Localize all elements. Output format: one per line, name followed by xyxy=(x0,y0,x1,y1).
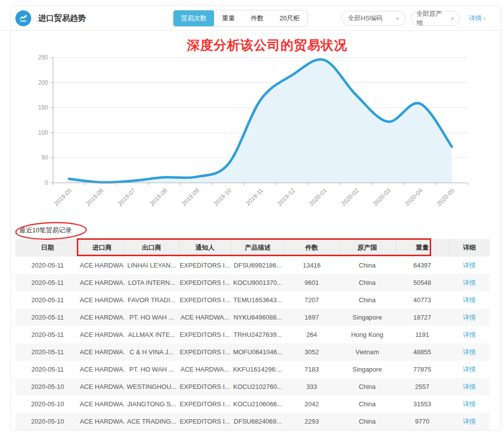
cell-importer: ACE HARDWA... xyxy=(80,343,124,361)
svg-text:250: 250 xyxy=(38,54,48,61)
panel-detail-link[interactable]: 详情› xyxy=(469,14,485,23)
cell-weight: 40773 xyxy=(395,291,449,309)
cell-weight: 31553 xyxy=(395,395,449,413)
cell-exporter: FAVOR TRADI... xyxy=(124,291,179,309)
row-detail-link[interactable]: 详情 xyxy=(463,331,476,338)
cell-product-desc: KOCU2106066... xyxy=(231,395,284,413)
row-detail-link[interactable]: 详情 xyxy=(463,314,476,321)
cell-quantity: 1697 xyxy=(284,309,339,326)
cell-weight: 50548 xyxy=(395,274,449,291)
cell-origin-country: China xyxy=(339,291,395,309)
cell-exporter: C & H VINA J... xyxy=(124,343,179,361)
svg-text:2019-12: 2019-12 xyxy=(276,187,296,207)
cell-exporter: PT. HO WAH ... xyxy=(124,361,179,378)
cell-importer: ACE HARDWA... xyxy=(80,413,124,430)
cell-notify-party: EXPEDITORS I... xyxy=(179,378,231,395)
svg-text:200: 200 xyxy=(38,79,48,86)
row-detail-link[interactable]: 详情 xyxy=(463,296,476,304)
tab-teu[interactable]: 20尺柜 xyxy=(272,10,307,26)
table-row: 2020-05-11ACE HARDWA...LINHAI LEYAN...EX… xyxy=(15,257,490,274)
table-row: 2020-05-11ACE HARDWA...ALLMAX INTE...EXP… xyxy=(15,326,490,343)
cell-quantity: 9601 xyxy=(284,274,339,291)
col-header-exporter: 出口商 xyxy=(124,239,179,257)
svg-text:2020-02: 2020-02 xyxy=(340,187,360,207)
svg-text:2020-04: 2020-04 xyxy=(403,187,424,207)
cell-weight: 77875 xyxy=(395,361,449,378)
cell-importer: ACE HARDWA... xyxy=(80,378,124,395)
col-header-quantity: 件数 xyxy=(284,239,339,257)
cell-date: 2020-05-10 xyxy=(15,378,80,395)
hs-code-dropdown[interactable]: 全部HS编码 ∨ xyxy=(341,11,406,26)
chevron-down-icon: ∨ xyxy=(450,16,454,21)
svg-text:2019-08: 2019-08 xyxy=(148,187,168,207)
row-detail-link[interactable]: 详情 xyxy=(463,348,476,356)
red-annotation-text: 深度分析该公司的贸易状况 xyxy=(11,37,501,54)
cell-importer: ACE HARDWA... xyxy=(80,361,124,378)
cell-importer: ACE HARDWA... xyxy=(80,395,124,413)
col-header-origin-country: 原产国 xyxy=(339,239,395,257)
cell-exporter: LOTA INTERN... xyxy=(124,274,179,291)
records-label: 最近10笔贸易记录 xyxy=(19,226,71,235)
panel-header: 进口贸易趋势 贸易次数 重量 件数 20尺柜 全部HS编码 ∨ 全部原产地 ∨ … xyxy=(11,6,501,31)
cell-weight: 2557 xyxy=(395,378,449,395)
svg-text:2019-07: 2019-07 xyxy=(116,187,137,207)
cell-date: 2020-05-11 xyxy=(15,291,80,309)
cell-notify-party: EXPEDITORS I... xyxy=(179,274,231,291)
cell-weight: 48855 xyxy=(395,343,449,361)
row-detail-link[interactable]: 详情 xyxy=(463,279,476,286)
cell-notify-party: EXPEDITORS I... xyxy=(179,413,231,430)
cell-origin-country: Singapore xyxy=(339,309,395,326)
table-row: 2020-05-10ACE HARDWA...JIANGTONG S...EXP… xyxy=(15,395,490,413)
svg-text:2019-05: 2019-05 xyxy=(53,187,73,207)
cell-notify-party: EXPEDITORS I... xyxy=(179,395,231,413)
tab-weight[interactable]: 重量 xyxy=(214,10,243,26)
cell-notify-party: EXPEDITORS I... xyxy=(179,343,231,361)
tab-quantity[interactable]: 件数 xyxy=(243,10,272,26)
cell-quantity: 264 xyxy=(284,326,339,343)
svg-text:50: 50 xyxy=(42,154,49,161)
cell-product-desc: NYKU8496088... xyxy=(231,309,284,326)
origin-dropdown-label: 全部原产地 xyxy=(416,9,448,27)
row-detail-link[interactable]: 详情 xyxy=(463,366,476,373)
cell-quantity: 2042 xyxy=(284,395,339,413)
row-detail-link[interactable]: 详情 xyxy=(463,383,476,390)
cell-importer: ACE HARDWA... xyxy=(80,291,124,309)
tab-trade-count[interactable]: 贸易次数 xyxy=(173,10,214,26)
origin-dropdown[interactable]: 全部原产地 ∨ xyxy=(411,11,460,26)
cell-exporter: WESTINGHOU... xyxy=(124,378,179,395)
row-detail-link[interactable]: 详情 xyxy=(463,400,476,408)
svg-text:2019-06: 2019-06 xyxy=(85,187,105,207)
cell-importer: ACE HARDWA... xyxy=(80,309,124,326)
cell-quantity: 333 xyxy=(284,378,339,395)
col-header-detail: 详细 xyxy=(449,239,490,257)
row-detail-link[interactable]: 详情 xyxy=(463,262,476,269)
hs-code-dropdown-label: 全部HS编码 xyxy=(348,14,383,23)
cell-quantity: 3052 xyxy=(284,343,339,361)
cell-origin-country: China xyxy=(339,274,395,291)
cell-origin-country: Singapore xyxy=(339,361,395,378)
row-detail-link[interactable]: 详情 xyxy=(463,418,476,425)
cell-quantity: 13416 xyxy=(284,257,339,274)
cell-importer: ACE HARDWA... xyxy=(80,274,124,291)
svg-text:2020-01: 2020-01 xyxy=(308,187,328,207)
cell-origin-country: China xyxy=(339,257,395,274)
cell-importer: ACE HARDWA... xyxy=(80,257,124,274)
svg-text:2019-09: 2019-09 xyxy=(180,187,201,207)
table-row: 2020-05-11ACE HARDWA...PT. HO WAH ...ACE… xyxy=(15,309,490,326)
table-row: 2020-05-10ACE HARDWA...ACE TRADING...EXP… xyxy=(15,413,490,430)
cell-date: 2020-05-11 xyxy=(15,361,80,378)
svg-text:2020-05: 2020-05 xyxy=(436,187,456,207)
cell-product-desc: MOFU0641046... xyxy=(231,343,284,361)
cell-exporter: PT. HO WAH ... xyxy=(124,309,179,326)
cell-importer: ACE HARDWA... xyxy=(80,326,124,343)
cell-exporter: ACE TRADING... xyxy=(124,413,179,430)
table-row: 2020-05-10ACE HARDWA...WESTINGHOU...EXPE… xyxy=(15,378,490,395)
col-header-weight: 重量 xyxy=(395,239,449,257)
chevron-down-icon: ∨ xyxy=(395,16,399,21)
col-header-date: 日期 xyxy=(15,239,80,257)
svg-text:2020-03: 2020-03 xyxy=(372,187,392,207)
svg-text:2019-11: 2019-11 xyxy=(244,187,265,207)
cell-product-desc: TRHU2427639... xyxy=(231,326,284,343)
col-header-product-desc: 产品描述 xyxy=(231,239,284,257)
cell-quantity: 2293 xyxy=(284,413,339,430)
